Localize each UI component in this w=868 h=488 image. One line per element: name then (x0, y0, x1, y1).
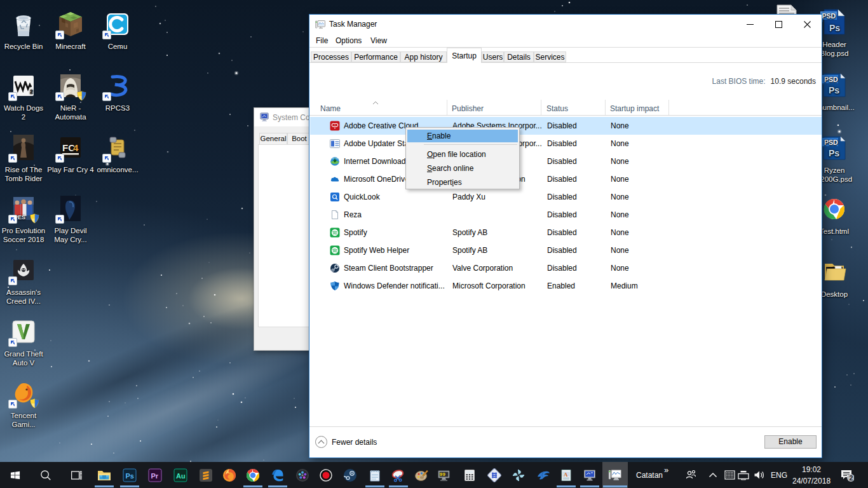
svg-text:Ps: Ps (829, 23, 840, 33)
svg-text:Au: Au (176, 471, 186, 479)
svg-text:Ps: Ps (829, 148, 839, 158)
svg-text:PSD: PSD (822, 12, 836, 20)
svg-text:Ps: Ps (126, 471, 134, 479)
svg-text:Pr: Pr (151, 471, 159, 479)
svg-text:99: 99 (440, 471, 446, 477)
svg-text:4: 4 (73, 142, 79, 153)
svg-text:A: A (564, 471, 568, 477)
svg-text:Ps: Ps (829, 85, 839, 95)
svg-text:2: 2 (30, 88, 33, 95)
svg-text:PSD: PSD (824, 76, 838, 83)
svg-text:2: 2 (849, 474, 853, 482)
svg-text:PSD: PSD (824, 139, 838, 146)
